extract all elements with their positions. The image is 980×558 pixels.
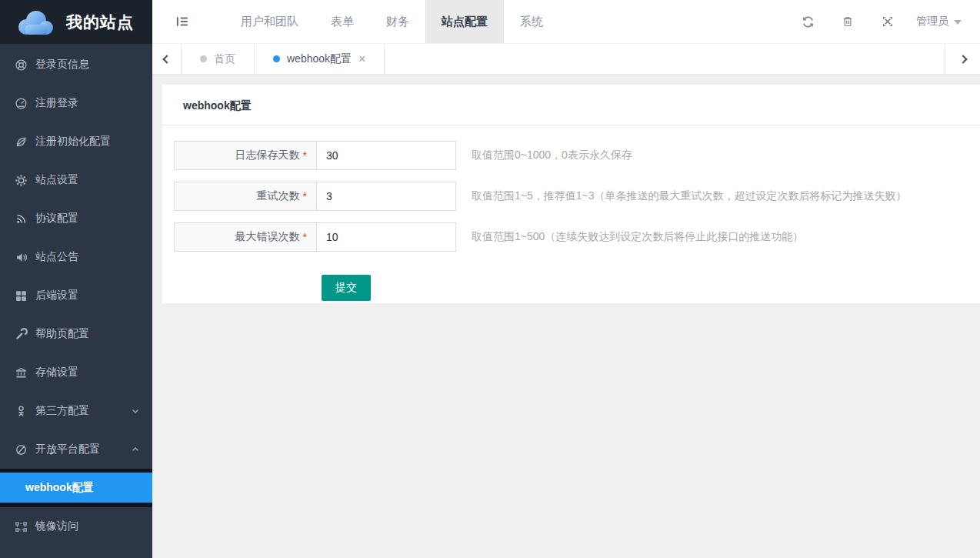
- site-title: 我的站点: [66, 12, 134, 33]
- sidebar-item-label: 后端设置: [35, 289, 140, 302]
- field-label-text: 重试次数: [257, 189, 300, 203]
- sidebar-item-label: 注册登录: [35, 96, 140, 110]
- nav-item-forms[interactable]: 表单: [315, 0, 370, 43]
- gear-icon: [15, 174, 28, 187]
- tabs-scroll-left-button[interactable]: [152, 44, 182, 74]
- sidebar-item-open-platform-config[interactable]: 开放平台配置: [0, 430, 152, 469]
- field-label: 重试次数 *: [174, 182, 316, 211]
- leaf-icon: [15, 135, 28, 149]
- sidebar-item-label: 注册初始化配置: [35, 135, 140, 149]
- nav-item-users-teams[interactable]: 用户和团队: [225, 0, 315, 43]
- sidebar-item-label: 登录页信息: [35, 58, 140, 72]
- sidebar-item-third-party-config[interactable]: 第三方配置: [0, 392, 152, 430]
- submit-button[interactable]: 提交: [322, 275, 371, 301]
- wrench-icon: [15, 328, 28, 341]
- field-label-text: 日志保存天数: [235, 149, 300, 162]
- top-nav: 用户和团队 表单 财务 站点配置 系统: [225, 0, 559, 43]
- tab-home[interactable]: 首页: [182, 44, 255, 74]
- slashed-circle-icon: [15, 443, 28, 456]
- sidebar-item-label: 存储设置: [35, 366, 140, 379]
- life-ring-icon: [15, 58, 28, 72]
- card-title: webhook配置: [162, 85, 980, 125]
- chevron-left-icon: [162, 55, 171, 63]
- tabs-scroll-right-button[interactable]: [945, 44, 980, 74]
- max-errors-input[interactable]: [316, 222, 456, 252]
- tab-status-dot: [273, 55, 280, 62]
- top-header: 用户和团队 表单 财务 站点配置 系统: [152, 0, 980, 44]
- tab-label: 首页: [214, 52, 235, 66]
- required-mark: *: [303, 149, 307, 162]
- speaker-icon: [15, 251, 28, 264]
- chevron-right-icon: [958, 55, 967, 63]
- sidebar-item-storage-settings[interactable]: 存储设置: [0, 353, 152, 392]
- cloud-logo-icon: [14, 8, 57, 37]
- sidebar-collapse-icon[interactable]: [175, 0, 189, 43]
- field-label: 最大错误次数 *: [174, 222, 316, 252]
- sidebar-item-help-page-config[interactable]: 帮助页配置: [0, 315, 152, 353]
- sidebar-item-label: 协议配置: [35, 212, 140, 226]
- person-icon: [15, 405, 28, 418]
- webhook-config-form: 日志保存天数 * 取值范围0~1000，0表示永久保存 重试次数 * 取值范围1…: [162, 125, 980, 301]
- webhook-config-card: webhook配置 日志保存天数 * 取值范围0~1000，0表示永久保存 重试…: [162, 85, 980, 303]
- sidebar-item-register-login[interactable]: 注册登录: [0, 84, 152, 122]
- fullscreen-icon[interactable]: [881, 15, 895, 28]
- form-row-max-errors: 最大错误次数 * 取值范围1~500（连续失败达到设定次数后将停止此接口的推送功…: [174, 222, 980, 252]
- required-mark: *: [303, 231, 307, 243]
- sidebar-item-register-init[interactable]: 注册初始化配置: [0, 122, 152, 161]
- sidebar-item-mirror-access[interactable]: 镜像访问: [0, 507, 152, 546]
- main-content: webhook配置 日志保存天数 * 取值范围0~1000，0表示永久保存 重试…: [152, 75, 980, 558]
- sidebar-menu: 登录页信息 注册登录 注册初始化配置: [0, 44, 152, 546]
- dashboard-icon: [15, 97, 28, 110]
- user-name: 管理员: [916, 15, 948, 28]
- nav-item-site-config[interactable]: 站点配置: [425, 0, 504, 43]
- sidebar-item-label: 站点设置: [35, 173, 140, 187]
- field-label: 日志保存天数 *: [174, 141, 316, 170]
- caret-down-icon: [954, 20, 962, 25]
- sidebar-item-label: 镜像访问: [35, 520, 140, 533]
- tab-webhook-config[interactable]: webhook配置 ×: [255, 44, 385, 74]
- sidebar-item-site-settings[interactable]: 站点设置: [0, 161, 152, 199]
- sidebar-subitem-webhook-config[interactable]: webhook配置: [0, 473, 152, 503]
- sidebar-item-label: 帮助页配置: [35, 327, 140, 341]
- rss-icon: [15, 212, 28, 226]
- sidebar-item-label: 站点公告: [35, 250, 140, 264]
- trash-icon[interactable]: [841, 15, 855, 28]
- log-days-input[interactable]: [316, 141, 456, 170]
- field-hint: 取值范围1~5，推荐值1~3（单条推送的最大重试次数，超过设定次数后将标记为推送…: [472, 189, 907, 203]
- bank-icon: [15, 366, 28, 379]
- logo: 我的站点: [0, 0, 152, 44]
- user-menu[interactable]: 管理员: [916, 15, 962, 28]
- sidebar-item-site-announcement[interactable]: 站点公告: [0, 238, 152, 276]
- sidebar: 我的站点 登录页信息 注册登录: [0, 0, 152, 558]
- nav-item-finance[interactable]: 财务: [370, 0, 425, 43]
- grid-icon: [15, 289, 28, 302]
- chevron-up-icon: [131, 445, 140, 454]
- object-group-icon: [15, 520, 28, 533]
- refresh-icon[interactable]: [801, 15, 815, 28]
- field-label-text: 最大错误次数: [235, 230, 300, 244]
- field-hint: 取值范围1~500（连续失败达到设定次数后将停止此接口的推送功能）: [472, 230, 803, 244]
- sidebar-item-backend-settings[interactable]: 后端设置: [0, 276, 152, 315]
- tab-label: webhook配置: [287, 52, 352, 66]
- header-actions: 管理员: [801, 0, 980, 43]
- sidebar-item-protocol-config[interactable]: 协议配置: [0, 199, 152, 238]
- tab-status-dot: [200, 55, 207, 62]
- sidebar-item-label: 第三方配置: [35, 404, 131, 418]
- nav-item-system[interactable]: 系统: [504, 0, 559, 43]
- sidebar-item-login-page-info[interactable]: 登录页信息: [0, 45, 152, 84]
- page-tabbar: 首页 webhook配置 ×: [152, 44, 980, 75]
- form-row-retry-count: 重试次数 * 取值范围1~5，推荐值1~3（单条推送的最大重试次数，超过设定次数…: [174, 182, 980, 211]
- retry-count-input[interactable]: [316, 182, 456, 211]
- open-platform-submenu: webhook配置: [0, 469, 152, 507]
- app-screen: 我的站点 登录页信息 注册登录: [0, 0, 980, 558]
- chevron-down-icon: [131, 406, 140, 416]
- sidebar-item-label: 开放平台配置: [35, 443, 131, 456]
- required-mark: *: [303, 190, 307, 202]
- tab-close-icon[interactable]: ×: [358, 53, 365, 65]
- field-hint: 取值范围0~1000，0表示永久保存: [472, 149, 632, 162]
- form-row-log-days: 日志保存天数 * 取值范围0~1000，0表示永久保存: [174, 141, 980, 170]
